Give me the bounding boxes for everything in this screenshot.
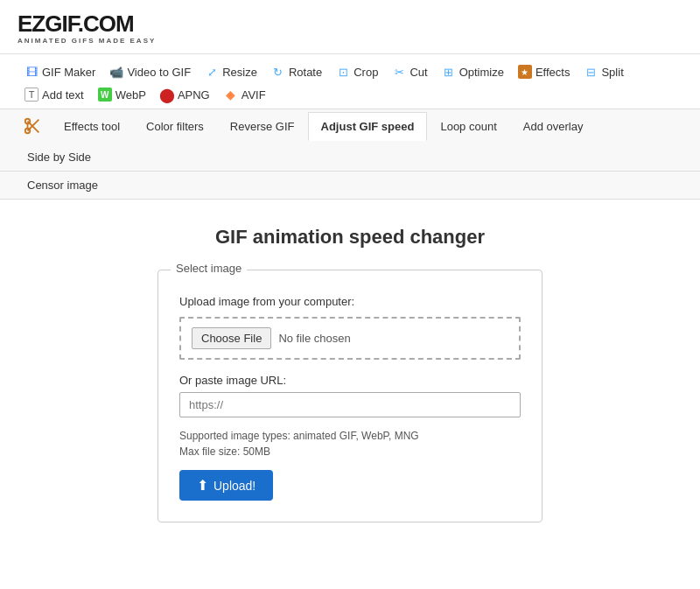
tab-effects-tool[interactable]: Effects tool [51,112,133,141]
nav-cut[interactable]: ✂ Cut [385,61,434,82]
webp-icon: W [98,88,112,102]
rotate-icon: ↻ [271,65,285,79]
nav-optimize[interactable]: ⊞ Optimize [435,61,511,82]
nav-split-label: Split [601,66,623,79]
effects-icon: ★ [518,65,532,79]
gif-maker-icon: 🎞 [24,65,38,79]
nav-avif[interactable]: ◆ AVIF [217,84,273,105]
video-to-gif-icon: 📹 [109,65,123,79]
url-label: Or paste image URL: [179,374,521,387]
cut-icon: ✂ [392,65,406,79]
nav-apng-label: APNG [178,88,210,102]
nav-video-to-gif[interactable]: 📹 Video to GIF [102,61,198,82]
logo: EZGIF.COM [18,12,682,35]
nav-resize-label: Resize [222,66,257,79]
upload-label: Upload image from your computer: [179,295,521,308]
resize-icon: ⤢ [205,65,219,79]
tab-reverse-gif[interactable]: Reverse GIF [217,112,308,141]
nav-crop[interactable]: ⊡ Crop [329,61,385,82]
nav-crop-label: Crop [354,66,378,79]
upload-btn-label: Upload! [214,479,256,493]
tab-color-filters[interactable]: Color filters [133,112,217,141]
main-content: GIF animation speed changer Select image… [0,200,700,549]
logo-subtitle: ANIMATED GIFS MADE EASY [18,37,682,45]
nav-gif-maker[interactable]: 🎞 GIF Maker [18,61,102,82]
avif-icon: ◆ [224,88,238,102]
nav-resize[interactable]: ⤢ Resize [198,61,264,82]
tab-censor-image[interactable]: Censor image [14,172,111,200]
optimize-icon: ⊞ [442,65,456,79]
no-file-text: No file chosen [278,332,350,345]
nav-webp[interactable]: W WebP [91,84,153,105]
nav-optimize-label: Optimize [459,66,504,79]
crop-icon: ⊡ [336,65,350,79]
nav-avif-label: AVIF [242,88,266,102]
supported-text-1: Supported image types: animated GIF, Web… [179,430,521,442]
nav-add-text-label: Add text [42,88,84,102]
nav-video-to-gif-label: Video to GIF [127,66,191,79]
tab-loop-count[interactable]: Loop count [427,112,509,141]
logo-text: EZGIF.COM [18,11,134,37]
upload-button[interactable]: ⬆ Upload! [179,470,273,501]
sub-nav-icon [14,109,51,143]
card-legend: Select image [171,262,247,275]
nav-apng[interactable]: ⬤ APNG [153,84,217,105]
nav-cut-label: Cut [410,66,427,79]
file-upload-row: Choose File No file chosen [179,317,521,360]
page-title: GIF animation speed changer [215,226,485,249]
tab-adjust-gif-speed[interactable]: Adjust GIF speed [308,112,428,141]
top-nav: 🎞 GIF Maker 📹 Video to GIF ⤢ Resize ↻ Ro… [0,54,700,109]
split-icon: ⊟ [584,65,598,79]
nav-effects[interactable]: ★ Effects [511,61,578,82]
header: EZGIF.COM ANIMATED GIFS MADE EASY [0,0,700,54]
nav-rotate-label: Rotate [289,66,322,79]
nav-rotate[interactable]: ↻ Rotate [264,61,329,82]
nav-effects-label: Effects [536,66,570,79]
nav-webp-label: WebP [116,88,146,102]
choose-file-button[interactable]: Choose File [192,327,271,349]
add-text-icon: T [24,88,38,102]
nav-gif-maker-label: GIF Maker [42,66,95,79]
url-input[interactable] [179,392,521,417]
apng-icon: ⬤ [160,88,174,102]
tab-add-overlay[interactable]: Add overlay [510,112,597,141]
nav-split[interactable]: ⊟ Split [577,61,630,82]
sub-nav-row2: Censor image [0,172,700,200]
upload-card: Select image Upload image from your comp… [158,270,542,522]
supported-text-2: Max file size: 50MB [179,445,521,458]
upload-icon: ⬆ [197,477,208,494]
sub-nav-row1: Effects tool Color filters Reverse GIF A… [0,109,700,172]
effects-tool-icon [23,116,42,136]
nav-add-text[interactable]: T Add text [18,84,91,105]
tab-side-by-side[interactable]: Side by Side [14,143,104,172]
